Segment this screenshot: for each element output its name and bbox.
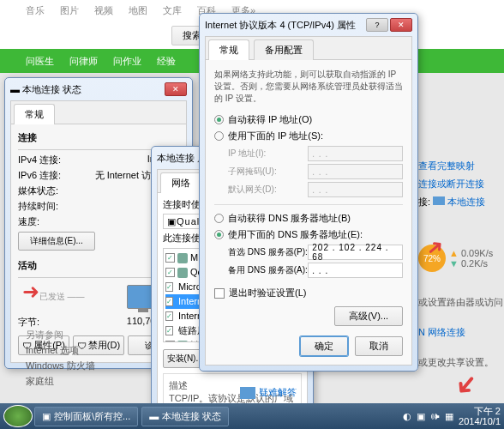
start-button[interactable] (3, 405, 33, 427)
validate-checkbox[interactable] (214, 288, 225, 299)
link-network[interactable]: N 网络连接 (418, 326, 504, 339)
link-local-conn[interactable]: 本地连接 (447, 196, 485, 207)
progress-circle: 72% (418, 245, 446, 272)
tray-icon[interactable]: ▣ (417, 411, 425, 422)
duration-label: 持续时间: (18, 200, 58, 213)
validate-label: 退出时验证设置(L) (229, 287, 306, 299)
green-link[interactable]: 问作业 (113, 55, 141, 68)
network-icon: ▬ (10, 84, 22, 94)
nav-link[interactable]: 视频 (94, 4, 113, 17)
window-title: ▬ 本地连接 状态 (10, 83, 81, 96)
task-local-conn[interactable]: ▬本地连接 状态 (141, 407, 229, 426)
cancel-button[interactable]: 取消 (355, 336, 403, 356)
advanced-button[interactable]: 高级(V)... (334, 306, 403, 326)
nav-link[interactable]: 音乐 (26, 4, 45, 17)
subnet-field: . . . (308, 164, 403, 179)
download-meter: ▼0.2K/s (449, 258, 493, 269)
taskbar: ▣控制面板\所有控... ▬本地连接 状态 ◐ ▣ 🕪 ▦ 下午 2 2014/… (0, 403, 504, 429)
ipv6-label: IPv6 连接: (18, 169, 61, 182)
speed-label: 速度: (18, 215, 39, 228)
checkbox[interactable]: ✓ (165, 268, 175, 277)
link-homegroup[interactable]: 家庭组 (26, 375, 95, 388)
nav-link[interactable]: 地图 (129, 4, 147, 17)
troubleshoot-link[interactable]: 疑难解答 (240, 386, 297, 399)
clock-time: 下午 2 (459, 406, 501, 416)
green-link[interactable]: 问医生 (26, 55, 54, 68)
close-button[interactable]: ✕ (390, 18, 412, 32)
checkbox[interactable]: ✓ (165, 341, 175, 342)
text-router: 或设置路由器或访问 (418, 296, 504, 309)
checkbox[interactable]: ✓ (165, 282, 173, 292)
checkbox[interactable]: ✓ (165, 326, 173, 335)
dns2-field[interactable]: . . . (308, 263, 403, 278)
task-control-panel[interactable]: ▣控制面板\所有控... (34, 407, 138, 426)
dns2-label: 备用 DNS 服务器(A): (228, 264, 308, 276)
ok-button[interactable]: 确定 (300, 336, 348, 356)
monitor-icon (240, 387, 255, 399)
checkbox[interactable]: ✓ (165, 253, 175, 263)
media-label: 媒体状态: (18, 184, 58, 197)
tray-icon[interactable]: ▦ (445, 411, 453, 422)
tab-general[interactable]: 常规 (208, 39, 249, 60)
radio-use-ip[interactable] (214, 131, 224, 141)
network-icon: ▬ (149, 411, 159, 421)
gateway-field: . . . (308, 182, 403, 197)
radio-label: 使用下面的 DNS 服务器地址(E): (228, 228, 363, 241)
radio-use-dns[interactable] (214, 230, 224, 239)
see-also-label: 另请参阅 (26, 329, 95, 341)
tab-network[interactable]: 网络 (160, 172, 201, 193)
details-button[interactable]: 详细信息(E)... (18, 232, 95, 251)
window-title: Internet 协议版本 4 (TCP/IPv4) 属性 (205, 19, 356, 32)
left-links: 另请参阅 Internet 选项 Windows 防火墙 家庭组 (26, 326, 95, 390)
nav-link[interactable]: 文库 (163, 4, 182, 17)
ipv4-properties-window: Internet 协议版本 4 (TCP/IPv4) 属性 ? ✕ 常规 备用配… (199, 13, 418, 372)
red-arrow-icon: ➜ (447, 366, 486, 404)
ipv4-label: IPv4 连接: (18, 154, 61, 166)
checkbox[interactable]: ✓ (165, 297, 173, 306)
radio-auto-ip[interactable] (214, 115, 224, 124)
tray-icon[interactable]: 🕪 (430, 411, 440, 421)
link-firewall[interactable]: Windows 防火墙 (26, 360, 95, 372)
link-connect[interactable]: 连接或断开连接 (418, 178, 504, 190)
link-internet-options[interactable]: Internet 选项 (26, 344, 95, 357)
component-icon (177, 268, 188, 278)
connection-icon (433, 196, 445, 205)
green-link[interactable]: 经验 (157, 55, 176, 68)
close-button[interactable]: ✕ (165, 82, 187, 96)
ip-address-label: IP 地址(I): (228, 148, 308, 160)
tab-alternate[interactable]: 备用配置 (254, 39, 314, 60)
text-sharing: 或更改共享设置。 (418, 356, 504, 369)
upload-meter: ▲0.09K/s (449, 248, 493, 258)
tray-icon[interactable]: ◐ (403, 411, 411, 422)
radio-label: 自动获得 DNS 服务器地址(B) (228, 212, 351, 225)
dns1-field[interactable]: 202 . 102 . 224 . 68 (308, 245, 403, 260)
clock-date: 2014/10/1 (459, 416, 501, 426)
gateway-label: 默认网关(D): (228, 184, 308, 196)
green-link[interactable]: 问律师 (69, 55, 98, 68)
help-text: 如果网络支持此功能，则可以获取自动指派的 IP 设置。否则，您需要从网络系统管理… (214, 69, 403, 105)
adapter-icon: ▣ (167, 216, 177, 227)
dns1-label: 首选 DNS 服务器(P): (228, 246, 308, 258)
tab-general[interactable]: 常规 (14, 104, 55, 124)
connection-label: 接: (418, 196, 433, 207)
right-panel: 查看完整映射 连接或断开连接 接: 本地连接 ➜ 72% ▲0.09K/s ▼0… (418, 154, 504, 369)
radio-label: 自动获得 IP 地址(O) (228, 113, 312, 126)
ip-address-field: . . . (308, 146, 403, 161)
radio-label: 使用下面的 IP 地址(S): (228, 130, 323, 142)
link-view-map[interactable]: 查看完整映射 (418, 160, 504, 172)
system-tray[interactable]: ◐ ▣ 🕪 ▦ 下午 2 2014/10/1 (403, 406, 501, 426)
help-button[interactable]: ? (366, 18, 388, 32)
radio-auto-dns[interactable] (214, 214, 224, 223)
folder-icon: ▣ (42, 411, 51, 422)
subnet-label: 子网掩码(U): (228, 166, 308, 178)
component-icon (177, 341, 188, 343)
component-icon (177, 253, 188, 263)
checkbox[interactable]: ✓ (165, 311, 173, 321)
section-connection: 连接 (18, 131, 179, 144)
sent-label: 已发送 —— (39, 291, 85, 303)
nav-link[interactable]: 图片 (60, 4, 79, 17)
